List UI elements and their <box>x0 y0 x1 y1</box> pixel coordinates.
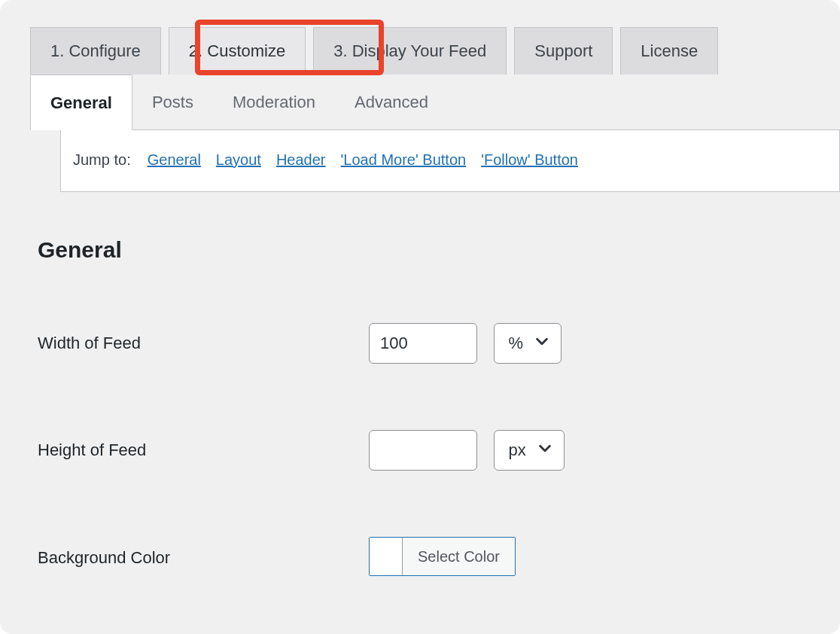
settings-panel: 1. Configure 2. Customize 3. Display You… <box>0 0 840 634</box>
color-picker-label: Select Color <box>403 538 515 575</box>
row-width: Width of Feed % <box>38 290 825 397</box>
select-height-unit[interactable]: px <box>494 430 564 471</box>
input-width[interactable] <box>369 323 477 364</box>
row-bgcolor: Background Color Select Color <box>38 504 825 611</box>
jump-to-label: Jump to: <box>73 151 131 169</box>
select-width-unit[interactable]: % <box>494 323 562 364</box>
jump-link-loadmore[interactable]: 'Load More' Button <box>341 151 467 169</box>
chevron-down-icon <box>534 333 550 354</box>
sub-tabs: General Posts Moderation Advanced <box>30 75 840 130</box>
jump-link-general[interactable]: General <box>148 151 201 169</box>
tab-configure[interactable]: 1. Configure <box>30 27 161 75</box>
top-tabs: 1. Configure 2. Customize 3. Display You… <box>0 27 840 75</box>
chevron-down-icon <box>537 440 553 461</box>
tab-support[interactable]: Support <box>514 27 613 75</box>
general-settings-table: Width of Feed % Height of Feed px <box>38 290 825 611</box>
select-width-unit-value: % <box>508 334 523 353</box>
jump-to-row: Jump to: General Layout Header 'Load Mor… <box>73 151 827 169</box>
subtab-general[interactable]: General <box>30 75 132 130</box>
jump-link-header[interactable]: Header <box>276 151 326 169</box>
tab-customize[interactable]: 2. Customize <box>169 27 306 75</box>
subtab-advanced[interactable]: Advanced <box>335 75 448 130</box>
jump-link-layout[interactable]: Layout <box>216 151 261 169</box>
input-height[interactable] <box>369 430 477 471</box>
section-title: General <box>38 237 840 263</box>
select-height-unit-value: px <box>508 440 525 460</box>
tab-display-feed[interactable]: 3. Display Your Feed <box>313 27 507 75</box>
row-height: Height of Feed px <box>38 397 825 504</box>
tab-license[interactable]: License <box>620 27 718 75</box>
label-height: Height of Feed <box>38 397 369 504</box>
subtab-posts[interactable]: Posts <box>132 75 213 130</box>
subtab-moderation[interactable]: Moderation <box>213 75 335 130</box>
content-card: Jump to: General Layout Header 'Load Mor… <box>60 130 840 192</box>
label-width: Width of Feed <box>38 290 369 397</box>
jump-link-follow[interactable]: 'Follow' Button <box>481 151 578 169</box>
color-swatch <box>370 538 403 575</box>
label-bgcolor: Background Color <box>38 504 369 611</box>
color-picker-button[interactable]: Select Color <box>369 537 516 576</box>
